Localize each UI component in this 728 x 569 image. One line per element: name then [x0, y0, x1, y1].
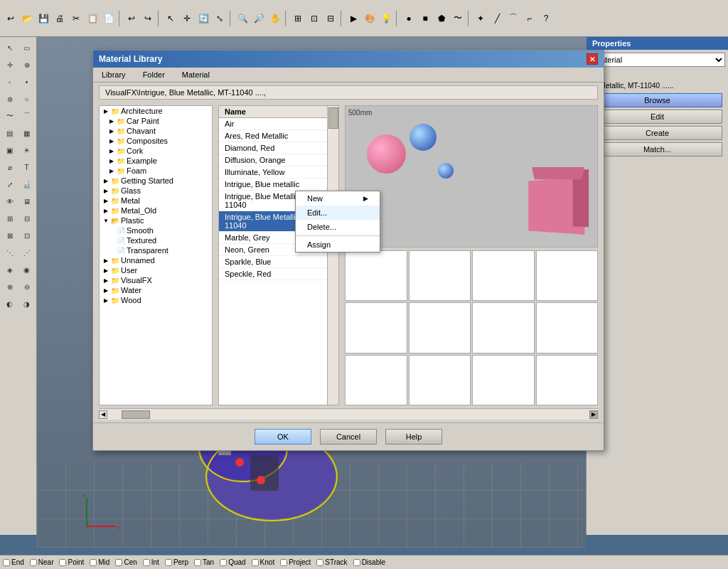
menu-folder[interactable]: Folder: [137, 69, 171, 80]
snap-knot-checkbox[interactable]: [252, 559, 259, 566]
toolbar-btn-paste[interactable]: 📄: [101, 11, 117, 26]
tree-item-car-paint[interactable]: ▶ 📁 Car Paint: [100, 116, 212, 126]
toolbar-btn-sphere[interactable]: ●: [401, 11, 417, 26]
side-btn-text[interactable]: T: [19, 159, 35, 175]
status-perp[interactable]: Perp: [165, 558, 188, 566]
tree-item-getting-started[interactable]: ▶ 📁 Getting Started: [100, 176, 212, 186]
toolbar-btn-rotate[interactable]: 🔄: [196, 11, 211, 26]
toolbar-btn-light[interactable]: 💡: [378, 11, 394, 26]
tree-item-metal-old[interactable]: ▶ 📁 Metal_Old: [100, 206, 212, 216]
help-button[interactable]: Help: [385, 429, 442, 445]
tree-item-transparent[interactable]: ▶ 📄 Transparent: [100, 245, 212, 255]
toolbar-btn-undo[interactable]: ↩: [124, 11, 139, 26]
toolbar-btn-scale[interactable]: ⤡: [212, 11, 228, 26]
preview-cell-2[interactable]: [409, 250, 471, 301]
tree-item-composites[interactable]: ▶ 📁 Composites: [100, 136, 212, 146]
material-list-panel[interactable]: Name Air Ares, Red Metallic Diamond, Red…: [218, 105, 339, 405]
status-quad[interactable]: Quad: [220, 558, 245, 566]
status-knot[interactable]: Knot: [252, 558, 275, 566]
side-btn-extra3[interactable]: ⊗: [2, 279, 18, 294]
list-item-ares[interactable]: Ares, Red Metallic: [219, 130, 327, 142]
side-btn-s1[interactable]: ⋱: [2, 245, 18, 260]
side-btn-transform[interactable]: ⤢: [2, 176, 18, 192]
create-button[interactable]: Create: [592, 126, 722, 140]
side-btn-extra5[interactable]: ◐: [2, 296, 18, 312]
tree-expand-foam[interactable]: ▶: [108, 167, 115, 174]
tree-item-foam[interactable]: ▶ 📁 Foam: [100, 166, 212, 176]
ctx-delete[interactable]: Delete...: [296, 220, 380, 234]
tree-item-visualfx[interactable]: ▶ 📁 VisualFX: [100, 275, 212, 285]
side-btn-extra2[interactable]: ◉: [19, 262, 35, 277]
list-scrollbar[interactable]: [327, 106, 338, 405]
tree-panel[interactable]: ▶ 📁 Architecture ▶ 📁 Car Paint ▶ 📁 Chava…: [99, 105, 213, 405]
toolbar-btn-box[interactable]: ■: [417, 11, 433, 26]
side-btn-snap-off[interactable]: ○: [19, 91, 35, 107]
toolbar-btn-cut[interactable]: ✂: [68, 11, 84, 26]
side-btn-view[interactable]: 👁: [2, 193, 18, 209]
tree-item-smooth[interactable]: ▶ 📄 Smooth: [100, 225, 212, 235]
toolbar-btn-zoomout[interactable]: 🔎: [251, 11, 267, 26]
tree-expand-plastic[interactable]: ▼: [102, 217, 109, 224]
side-btn-s2[interactable]: ⋰: [19, 245, 35, 260]
preview-cell-8[interactable]: [536, 302, 599, 353]
tree-expand-unnamed[interactable]: ▶: [102, 257, 109, 264]
scrollbar-h-thumb[interactable]: [122, 410, 150, 419]
tree-expand-metal[interactable]: ▶: [102, 197, 109, 204]
toolbar-btn-snap[interactable]: ⊡: [306, 11, 322, 26]
tree-item-architecture[interactable]: ▶ 📁 Architecture: [100, 106, 212, 116]
status-end[interactable]: End: [3, 558, 24, 566]
list-item-intrigue-blue[interactable]: Intrigue, Blue metallic: [219, 179, 327, 191]
toolbar-btn-render[interactable]: ▶: [346, 11, 361, 26]
preview-cell-1[interactable]: [345, 250, 407, 301]
toolbar-btn-material[interactable]: 🎨: [362, 11, 378, 26]
status-point[interactable]: Point: [59, 558, 84, 566]
snap-int-checkbox[interactable]: [143, 559, 150, 566]
list-item-air[interactable]: Air: [219, 118, 327, 130]
side-btn-r3[interactable]: ⊠: [2, 228, 18, 243]
toolbar-btn-save[interactable]: 💾: [36, 11, 51, 26]
status-mid[interactable]: Mid: [90, 558, 109, 566]
tree-expand-example[interactable]: ▶: [108, 157, 115, 164]
snap-quad-checkbox[interactable]: [220, 559, 227, 566]
tree-expand-architecture[interactable]: ▶: [102, 107, 109, 115]
tree-item-wood[interactable]: ▶ 📁 Wood: [100, 295, 212, 305]
status-strack[interactable]: STrack: [316, 558, 347, 566]
toolbar-btn-pan[interactable]: ✋: [267, 11, 283, 26]
side-btn-analyze[interactable]: 🔬: [19, 176, 35, 192]
side-btn-pt-off[interactable]: •: [19, 74, 35, 90]
side-btn-curve1[interactable]: 〜: [2, 108, 18, 124]
snap-project-checkbox[interactable]: [280, 559, 287, 566]
toolbar-btn-line[interactable]: ╱: [489, 11, 505, 26]
preview-cell-7[interactable]: [472, 302, 535, 353]
preview-cell-4[interactable]: [536, 250, 599, 301]
tree-expand-cork[interactable]: ▶: [108, 147, 115, 154]
side-btn-r1[interactable]: ⊞: [2, 211, 18, 226]
toolbar-btn-grid[interactable]: ⊞: [290, 11, 306, 26]
toolbar-btn-curve[interactable]: 〜: [450, 11, 466, 26]
ctx-assign[interactable]: Assign: [296, 238, 380, 252]
preview-cell-10[interactable]: [409, 355, 471, 405]
side-btn-gumball[interactable]: ⊕: [19, 57, 35, 73]
browse-button[interactable]: Browse: [592, 93, 722, 107]
tree-item-unnamed[interactable]: ▶ 📁 Unnamed: [100, 255, 212, 265]
toolbar-btn-arc[interactable]: ⌒: [505, 11, 521, 26]
side-btn-light-tool[interactable]: ☀: [19, 142, 35, 158]
tree-expand-water[interactable]: ▶: [102, 287, 109, 294]
tree-item-chavant[interactable]: ▶ 📁 Chavant: [100, 126, 212, 136]
side-btn-extra1[interactable]: ◈: [2, 262, 18, 277]
tree-expand-composites[interactable]: ▶: [108, 137, 115, 144]
snap-tan-checkbox[interactable]: [194, 559, 201, 566]
snap-point-checkbox[interactable]: [59, 559, 66, 566]
scrollbar-thumb[interactable]: [328, 107, 338, 129]
toolbar-btn-help[interactable]: ?: [538, 11, 554, 26]
side-btn-dim[interactable]: ⌀: [2, 159, 18, 175]
toolbar-btn-print[interactable]: 🖨: [52, 11, 68, 26]
menu-library[interactable]: Library: [96, 69, 132, 80]
ctx-edit[interactable]: Edit...: [296, 206, 380, 220]
snap-perp-checkbox[interactable]: [165, 559, 172, 566]
side-btn-r2[interactable]: ⊟: [19, 211, 35, 226]
toolbar-btn-redo[interactable]: ↪: [140, 11, 156, 26]
snap-end-checkbox[interactable]: [3, 559, 10, 566]
tree-expand-car-paint[interactable]: ▶: [108, 117, 115, 124]
toolbar-btn-copy[interactable]: 📋: [85, 11, 100, 26]
